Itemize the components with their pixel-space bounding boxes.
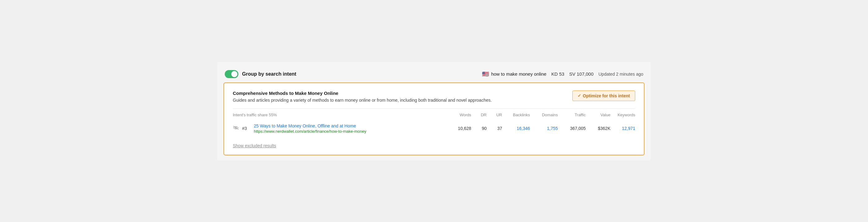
column-headers: Words DR UR Backlinks Domains Traffic Va… [443, 113, 635, 117]
traffic-share-label: Intent's traffic share 55% [233, 113, 277, 117]
columns-header-row: Intent's traffic share 55% Words DR UR B… [233, 113, 635, 117]
result-traffic: 367,005 [558, 126, 586, 131]
card-header: Comprehensive Methods to Make Money Onli… [233, 90, 635, 104]
col-header-ur: UR [487, 113, 502, 117]
card-title-block: Comprehensive Methods to Make Money Onli… [233, 90, 572, 104]
show-excluded-button[interactable]: Show excluded results [233, 143, 276, 148]
optimize-button[interactable]: ✓ Optimize for this intent [572, 90, 635, 101]
result-backlinks[interactable]: 16,346 [502, 126, 530, 131]
sv-value: SV 107,000 [569, 71, 593, 77]
result-title-link[interactable]: 25 Ways to Make Money Online, Offline an… [254, 123, 366, 128]
result-keywords[interactable]: 12,971 [611, 126, 635, 131]
kd-value: KD 53 [551, 71, 564, 77]
col-header-value: Value [586, 113, 611, 117]
col-header-keywords: Keywords [611, 113, 635, 117]
result-left: #3 25 Ways to Make Money Online, Offline… [233, 123, 443, 134]
result-domains[interactable]: 1,755 [530, 126, 558, 131]
result-dr: 90 [471, 126, 487, 131]
table-row: #3 25 Ways to Make Money Online, Offline… [233, 120, 635, 137]
optimize-button-label: Optimize for this intent [583, 93, 630, 98]
country-flag-icon: 🇺🇸 [482, 71, 489, 78]
card-description: Guides and articles providing a variety … [233, 97, 566, 104]
result-rank: #3 [242, 126, 251, 131]
updated-timestamp: Updated 2 minutes ago [598, 72, 643, 77]
top-bar: Group by search intent 🇺🇸 how to make mo… [223, 67, 645, 82]
result-info: 25 Ways to Make Money Online, Offline an… [254, 123, 366, 134]
col-header-traffic: Traffic [558, 113, 586, 117]
result-ur: 37 [487, 126, 502, 131]
col-header-words: Words [443, 113, 471, 117]
page-wrapper: Group by search intent 🇺🇸 how to make mo… [217, 62, 651, 160]
keyword-text: how to make money online [491, 71, 546, 77]
divider [233, 109, 635, 109]
result-data: 10,628 90 37 16,346 1,755 367,005 $362K … [443, 126, 635, 131]
col-header-dr: DR [471, 113, 487, 117]
top-right-info: 🇺🇸 how to make money online KD 53 SV 107… [482, 71, 643, 78]
checkmark-icon: ✓ [578, 93, 581, 98]
eye-slash-icon [233, 126, 239, 131]
col-header-backlinks: Backlinks [502, 113, 530, 117]
intent-card: Comprehensive Methods to Make Money Onli… [223, 82, 645, 155]
card-title: Comprehensive Methods to Make Money Onli… [233, 90, 566, 96]
group-by-intent-label: Group by search intent [242, 71, 296, 77]
show-excluded-section: Show excluded results [233, 142, 635, 148]
result-value: $362K [586, 126, 611, 131]
keyword-info: 🇺🇸 how to make money online [482, 71, 546, 78]
col-header-domains: Domains [530, 113, 558, 117]
group-by-intent-control: Group by search intent [225, 70, 296, 78]
result-url-link[interactable]: https://www.nerdwallet.com/article/finan… [254, 129, 366, 134]
result-words: 10,628 [443, 126, 471, 131]
group-by-intent-toggle[interactable] [225, 70, 238, 78]
